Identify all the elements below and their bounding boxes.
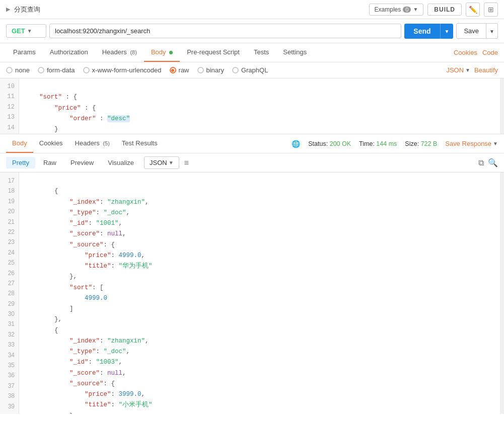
pencil-icon-button[interactable]: ✏️: [466, 3, 480, 17]
wrap-icon[interactable]: ≡: [184, 158, 189, 167]
status-label: Status: 200 OK: [308, 140, 351, 147]
response-toolbar: Pretty Raw Preview Visualize JSON ▼ ≡ ⧉ …: [0, 153, 504, 173]
request-code-area: 10 11 12 13 14 15 "sort" : { "price" : {…: [0, 78, 504, 134]
tab-headers[interactable]: Headers (8): [95, 43, 144, 62]
view-tab-preview[interactable]: Preview: [64, 157, 100, 168]
response-status: 🌐 Status: 200 OK Time: 144 ms Size: 722 …: [292, 140, 498, 148]
send-dropdown-button[interactable]: ▼: [440, 24, 454, 39]
url-bar: GET ▼ Send ▼ Save ▼: [0, 19, 504, 43]
send-button[interactable]: Send: [404, 24, 440, 39]
resp-tab-headers[interactable]: Headers (5): [69, 134, 116, 153]
request-scrollbar[interactable]: [500, 78, 504, 134]
tab-params[interactable]: Params: [6, 43, 43, 62]
time-label: Time: 144 ms: [359, 140, 397, 147]
save-response-button[interactable]: Save Response ▼: [445, 140, 498, 147]
top-bar-right: Examples 0 ▼ BUILD ✏️ ⊞: [369, 3, 498, 17]
response-header: Body Cookies Headers (5) Test Results 🌐 …: [0, 134, 504, 153]
radio-graphql-dot: [232, 67, 239, 73]
resp-tab-cookies[interactable]: Cookies: [33, 134, 69, 153]
radio-none-dot: [6, 67, 13, 73]
globe-icon: 🌐: [292, 140, 300, 148]
resp-toolbar-right: ⧉ 🔍: [478, 158, 498, 167]
code-lines: 10 11 12 13 14 15 "sort" : { "price" : {…: [0, 78, 504, 134]
radio-none[interactable]: none: [6, 66, 30, 74]
tab-pre-request[interactable]: Pre-request Script: [180, 43, 247, 62]
response-format-select[interactable]: JSON ▼: [144, 156, 179, 169]
grid-icon-button[interactable]: ⊞: [484, 3, 498, 17]
request-tab-nav: Params Authorization Headers (8) Body Pr…: [0, 43, 504, 62]
tab-authorization[interactable]: Authorization: [43, 43, 95, 62]
examples-label: Examples: [375, 6, 401, 13]
grid-icon: ⊞: [488, 6, 494, 14]
radio-raw-dot: [170, 67, 176, 73]
response-code-content[interactable]: { "_index": "zhangxin", "_type": "_doc",…: [19, 173, 500, 414]
tab-settings[interactable]: Settings: [276, 43, 314, 62]
build-button[interactable]: BUILD: [427, 4, 462, 16]
beautify-button[interactable]: Beautify: [474, 66, 498, 74]
radio-form-data[interactable]: form-data: [38, 66, 75, 74]
view-tab-pretty[interactable]: Pretty: [6, 157, 35, 168]
save-dropdown-button[interactable]: ▼: [486, 23, 498, 39]
response-scrollbar[interactable]: [500, 173, 504, 414]
radio-binary[interactable]: binary: [197, 66, 224, 74]
json-select-chevron-icon: ▼: [465, 67, 470, 73]
response-area: 17 18 19 20 21 22 23 24 25 26 27 28 29 3…: [0, 173, 504, 414]
radio-urlencoded[interactable]: x-www-form-urlencoded: [83, 66, 162, 74]
request-code-content[interactable]: "sort" : { "price" : { "order" : "desc" …: [19, 78, 500, 134]
send-btn-group: Send ▼: [404, 24, 453, 39]
request-line-numbers: 10 11 12 13 14 15: [0, 78, 19, 134]
body-options-bar: none form-data x-www-form-urlencoded raw…: [0, 62, 504, 78]
response-line-numbers: 17 18 19 20 21 22 23 24 25 26 27 28 29 3…: [0, 173, 19, 414]
save-response-chevron-icon: ▼: [493, 141, 498, 146]
radio-raw[interactable]: raw: [170, 66, 189, 74]
method-label: GET: [12, 27, 25, 35]
size-value: 722 B: [421, 140, 438, 147]
method-select[interactable]: GET ▼: [6, 24, 46, 38]
body-dot-indicator: [169, 51, 173, 54]
examples-button[interactable]: Examples 0 ▼: [369, 4, 424, 16]
size-label: Size: 722 B: [405, 140, 437, 147]
expand-icon[interactable]: ▶: [6, 6, 10, 13]
page-title: 分页查询: [14, 5, 40, 14]
examples-chevron-icon: ▼: [413, 7, 418, 12]
radio-graphql[interactable]: GraphQL: [232, 66, 268, 74]
save-dropdown-chevron-icon: ▼: [489, 29, 494, 34]
tab-tests[interactable]: Tests: [247, 43, 276, 62]
send-dropdown-chevron-icon: ▼: [445, 29, 450, 34]
view-tab-visualize[interactable]: Visualize: [102, 157, 140, 168]
top-bar-left: ▶ 分页查询: [6, 5, 40, 14]
method-chevron-icon: ▼: [27, 28, 32, 34]
code-link[interactable]: Code: [482, 49, 498, 56]
save-button[interactable]: Save: [456, 23, 486, 39]
copy-icon[interactable]: ⧉: [478, 158, 484, 167]
format-chevron-icon: ▼: [169, 160, 174, 165]
radio-urlencoded-dot: [83, 67, 90, 73]
status-value: 200 OK: [330, 140, 351, 147]
search-icon[interactable]: 🔍: [488, 158, 498, 167]
body-options-right: JSON ▼ Beautify: [446, 66, 498, 74]
time-value: 144 ms: [376, 140, 397, 147]
json-format-select[interactable]: JSON ▼: [446, 66, 470, 74]
url-input[interactable]: [49, 24, 401, 38]
save-btn-group: Save ▼: [456, 23, 498, 39]
radio-form-data-dot: [38, 67, 44, 73]
top-bar: ▶ 分页查询 Examples 0 ▼ BUILD ✏️ ⊞: [0, 0, 504, 19]
tab-nav-right: Cookies Code: [454, 49, 498, 56]
tab-body[interactable]: Body: [144, 43, 180, 62]
radio-binary-dot: [197, 67, 204, 73]
view-tab-raw[interactable]: Raw: [37, 157, 62, 168]
resp-tab-body[interactable]: Body: [6, 134, 33, 153]
pencil-icon: ✏️: [469, 6, 477, 14]
cookies-link[interactable]: Cookies: [454, 49, 477, 56]
examples-count: 0: [403, 7, 411, 13]
resp-tab-test-results[interactable]: Test Results: [116, 134, 164, 153]
